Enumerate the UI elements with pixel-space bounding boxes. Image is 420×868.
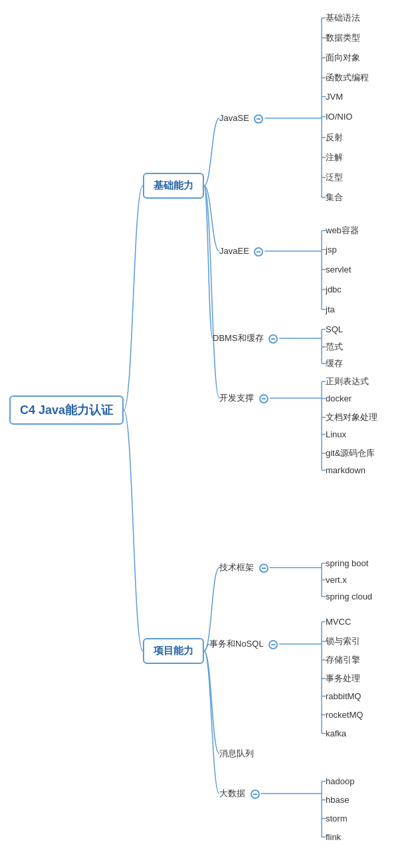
mindmap-svg: [0, 0, 420, 868]
nosql-circle: [268, 640, 278, 649]
leaf-text: JVM: [326, 92, 343, 102]
leaf-text: 范式: [326, 342, 343, 352]
leaf-text: hadoop: [326, 776, 354, 786]
leaf-dbms-1: 范式: [326, 341, 343, 353]
leaf-javase-8: 泛型: [326, 171, 343, 183]
basic-ability-node: 基础能力: [143, 173, 204, 199]
leaf-text: 数据类型: [326, 33, 360, 43]
leaf-javaee-0: web容器: [326, 225, 359, 237]
leaf-javaee-2: servlet: [326, 265, 351, 274]
leaf-text: flink: [326, 832, 341, 842]
leaf-tf-0: spring boot: [326, 558, 368, 568]
leaf-dev-2: 文档对象处理: [326, 411, 377, 423]
nosql-node: 事务和NoSQL: [209, 638, 278, 650]
dbms-text: DBMS和缓存: [213, 333, 264, 343]
mq-text: 消息队列: [219, 748, 254, 758]
leaf-text: jta: [326, 304, 335, 314]
leaf-text: 基础语法: [326, 13, 360, 23]
leaf-text: markdown: [326, 465, 366, 475]
leaf-nosql-2: 存储引擎: [326, 654, 360, 666]
leaf-text: 锁与索引: [326, 636, 360, 646]
javase-node: JavaSE: [219, 113, 263, 124]
devsupport-node: 开发支撑: [219, 392, 268, 404]
leaf-text: 文档对象处理: [326, 412, 377, 422]
leaf-javaee-1: jsp: [326, 245, 337, 255]
leaf-javaee-3: jdbc: [326, 284, 342, 294]
dbms-node: DBMS和缓存: [213, 332, 278, 344]
devsupport-circle: [259, 394, 268, 403]
leaf-javase-1: 数据类型: [326, 32, 360, 44]
leaf-text: storm: [326, 814, 348, 823]
leaf-dev-1: docker: [326, 393, 352, 403]
techframe-circle: [259, 564, 268, 573]
javaee-text: JavaEE: [219, 246, 249, 256]
leaf-tf-2: spring cloud: [326, 592, 372, 601]
leaf-nosql-3: 事务处理: [326, 673, 360, 685]
nosql-text: 事务和NoSQL: [209, 639, 263, 649]
leaf-dev-5: markdown: [326, 465, 366, 475]
leaf-text: 函数式编程: [326, 72, 369, 82]
leaf-javase-9: 集合: [326, 191, 343, 203]
leaf-text: spring cloud: [326, 592, 372, 601]
basic-label: 基础能力: [143, 173, 204, 199]
leaf-text: jsp: [326, 245, 337, 255]
leaf-text: 面向对象: [326, 53, 360, 62]
leaf-text: docker: [326, 393, 352, 403]
leaf-bd-1: hbase: [326, 795, 349, 805]
leaf-dev-3: Linux: [326, 429, 346, 439]
dbms-circle: [268, 334, 278, 344]
mindmap-container: C4 Java能力认证 基础能力 JavaSE 基础语法 数据类型 面向对象 函…: [0, 0, 420, 868]
leaf-text: vert.x: [326, 575, 347, 585]
leaf-text: SQL: [326, 324, 343, 334]
leaf-text: git&源码仓库: [326, 448, 375, 458]
leaf-dbms-0: SQL: [326, 324, 343, 334]
leaf-text: rabbitMQ: [326, 691, 361, 701]
leaf-text: kafka: [326, 728, 346, 738]
leaf-text: 注解: [326, 152, 343, 162]
leaf-text: servlet: [326, 265, 351, 274]
leaf-bd-3: flink: [326, 832, 341, 842]
leaf-text: spring boot: [326, 558, 368, 568]
leaf-text: 集合: [326, 192, 343, 202]
leaf-javase-5: IO/NIO: [326, 112, 352, 122]
leaf-javase-7: 注解: [326, 152, 343, 163]
leaf-nosql-5: rocketMQ: [326, 710, 363, 720]
leaf-bd-0: hadoop: [326, 776, 354, 786]
leaf-nosql-0: MVCC: [326, 617, 351, 627]
techframe-text: 技术框架: [219, 562, 254, 572]
leaf-dbms-2: 缓存: [326, 358, 343, 370]
leaf-bd-2: storm: [326, 814, 348, 823]
bigdata-circle: [251, 790, 260, 799]
leaf-text: rocketMQ: [326, 710, 363, 720]
leaf-javase-3: 函数式编程: [326, 72, 369, 84]
root-node: C4 Java能力认证: [9, 395, 124, 425]
leaf-tf-1: vert.x: [326, 575, 347, 585]
leaf-text: 反射: [326, 132, 343, 142]
mq-node: 消息队列: [219, 748, 254, 760]
javaee-node: JavaEE: [219, 246, 263, 257]
devsupport-text: 开发支撑: [219, 393, 254, 403]
leaf-nosql-1: 锁与索引: [326, 635, 360, 647]
leaf-javaee-4: jta: [326, 304, 335, 314]
leaf-javase-2: 面向对象: [326, 52, 360, 64]
project-label: 项目能力: [143, 638, 204, 664]
javase-text: JavaSE: [219, 113, 249, 123]
leaf-dev-0: 正则表达式: [326, 376, 369, 387]
leaf-text: Linux: [326, 429, 346, 439]
leaf-javase-4: JVM: [326, 92, 343, 102]
javaee-circle: [254, 247, 263, 257]
javase-circle: [254, 114, 263, 124]
leaf-text: IO/NIO: [326, 112, 352, 122]
root-label: C4 Java能力认证: [9, 395, 124, 425]
leaf-text: web容器: [326, 225, 359, 235]
bigdata-text: 大数据: [219, 788, 245, 798]
leaf-text: 存储引擎: [326, 655, 360, 665]
techframe-node: 技术框架: [219, 562, 268, 574]
leaf-text: 正则表达式: [326, 376, 369, 386]
project-ability-node: 项目能力: [143, 638, 204, 664]
bigdata-node: 大数据: [219, 788, 260, 800]
leaf-text: 泛型: [326, 172, 343, 182]
leaf-javase-0: 基础语法: [326, 12, 360, 24]
leaf-dev-4: git&源码仓库: [326, 447, 375, 459]
leaf-nosql-4: rabbitMQ: [326, 691, 361, 701]
